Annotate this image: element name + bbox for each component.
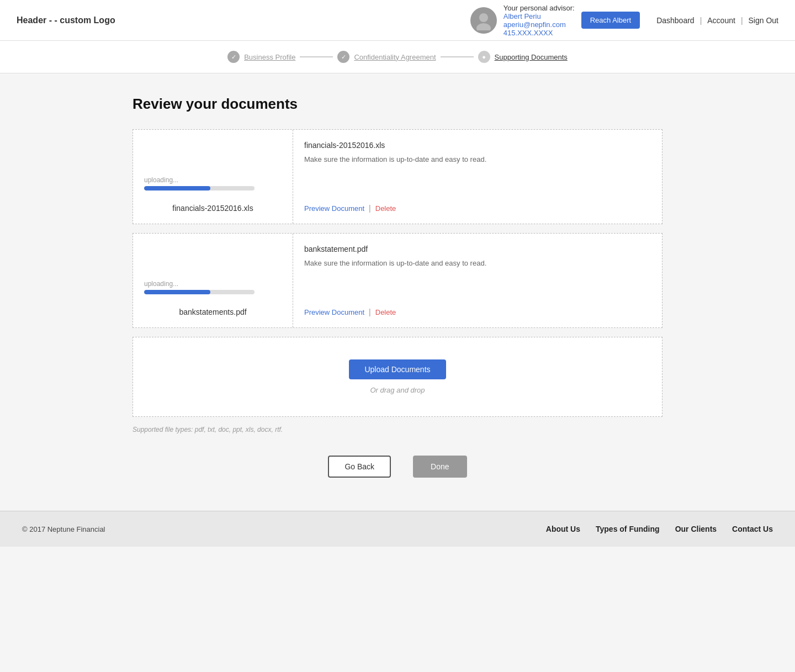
step-confidentiality: ✓ Confidentiality Agreement bbox=[337, 51, 436, 63]
doc-info-name-1: bankstatement.pdf bbox=[304, 245, 651, 253]
doc-info-1: bankstatement.pdf Make sure the informat… bbox=[293, 234, 662, 327]
step-icon-business-profile: ✓ bbox=[227, 51, 240, 63]
step-icon-supporting-docs: ● bbox=[478, 51, 490, 63]
done-button[interactable]: Done bbox=[413, 456, 467, 478]
svg-point-0 bbox=[479, 13, 488, 22]
doc-info-0: financials-20152016.xls Make sure the in… bbox=[293, 130, 662, 224]
advisor-section: Your personal advisor: Albert Periu aper… bbox=[470, 4, 640, 37]
dashboard-link[interactable]: Dashboard bbox=[656, 16, 695, 25]
footer-link-clients[interactable]: Our Clients bbox=[675, 525, 717, 533]
footer-link-about[interactable]: About Us bbox=[546, 525, 580, 533]
doc-filename-display-0: financials-20152016.xls bbox=[172, 204, 253, 213]
step-label-supporting-docs: Supporting Documents bbox=[495, 53, 568, 61]
uploading-label-0: uploading... bbox=[144, 176, 282, 184]
page-title: Review your documents bbox=[132, 96, 662, 113]
footer-link-funding[interactable]: Types of Funding bbox=[596, 525, 660, 533]
header: Header - - custom Logo Your personal adv… bbox=[0, 0, 795, 41]
sign-out-link[interactable]: Sign Out bbox=[749, 16, 778, 25]
footer-copyright: © 2017 Neptune Financial bbox=[22, 525, 105, 533]
doc-filename-display-1: bankstatements.pdf bbox=[179, 308, 246, 316]
step-supporting-docs: ● Supporting Documents bbox=[478, 51, 568, 63]
doc-info-hint-1: Make sure the information is up-to-date … bbox=[304, 258, 651, 269]
reach-advisor-button[interactable]: Reach Albert bbox=[581, 12, 640, 29]
doc-actions-1: Preview Document | Delete bbox=[304, 308, 651, 316]
header-logo: Header - - custom Logo bbox=[17, 15, 115, 25]
progress-track-1 bbox=[144, 290, 255, 294]
drag-drop-label: Or drag and drop bbox=[370, 386, 425, 394]
go-back-button[interactable]: Go Back bbox=[328, 456, 391, 478]
advisor-phone: 415.XXX.XXXX bbox=[504, 29, 575, 37]
doc-preview-1: uploading... bankstatements.pdf bbox=[133, 234, 293, 327]
advisor-email: aperiu@nepfin.com bbox=[504, 20, 575, 29]
supported-types: Supported file types: pdf, txt, doc, ppt… bbox=[132, 426, 662, 433]
progress-fill-1 bbox=[144, 290, 210, 294]
step-label-business-profile: Business Profile bbox=[244, 53, 295, 61]
footer-links: About Us Types of Funding Our Clients Co… bbox=[546, 525, 773, 533]
upload-area: Upload Documents Or drag and drop bbox=[132, 337, 662, 417]
nav-sep-1: | bbox=[700, 16, 702, 25]
doc-info-name-0: financials-20152016.xls bbox=[304, 141, 651, 150]
preview-document-link-1[interactable]: Preview Document bbox=[304, 308, 364, 316]
step-connector-2 bbox=[441, 56, 474, 57]
doc-action-sep-0: | bbox=[369, 204, 371, 213]
step-business-profile: ✓ Business Profile bbox=[227, 51, 295, 63]
progress-steps: ✓ Business Profile ✓ Confidentiality Agr… bbox=[0, 41, 795, 73]
nav-sep-2: | bbox=[741, 16, 743, 25]
upload-progress-0: uploading... bbox=[144, 176, 282, 191]
upload-documents-button[interactable]: Upload Documents bbox=[349, 359, 446, 379]
advisor-info: Your personal advisor: Albert Periu aper… bbox=[504, 4, 575, 37]
main-content: Review your documents uploading... finan… bbox=[121, 73, 674, 511]
advisor-name: Albert Periu bbox=[504, 12, 575, 20]
step-connector-1 bbox=[300, 56, 333, 57]
doc-action-sep-1: | bbox=[369, 308, 371, 316]
preview-document-link-0[interactable]: Preview Document bbox=[304, 204, 364, 213]
doc-preview-0: uploading... financials-20152016.xls bbox=[133, 130, 293, 224]
avatar bbox=[470, 7, 497, 34]
step-icon-confidentiality: ✓ bbox=[337, 51, 349, 63]
account-link[interactable]: Account bbox=[707, 16, 735, 25]
step-label-confidentiality: Confidentiality Agreement bbox=[354, 53, 436, 61]
doc-actions-0: Preview Document | Delete bbox=[304, 204, 651, 213]
progress-track-0 bbox=[144, 186, 255, 191]
uploading-label-1: uploading... bbox=[144, 280, 282, 288]
header-nav: Dashboard | Account | Sign Out bbox=[656, 16, 778, 25]
advisor-label: Your personal advisor: bbox=[504, 4, 575, 12]
upload-progress-1: uploading... bbox=[144, 280, 282, 294]
footer: © 2017 Neptune Financial About Us Types … bbox=[0, 511, 795, 547]
footer-link-contact[interactable]: Contact Us bbox=[732, 525, 773, 533]
svg-point-1 bbox=[476, 23, 491, 30]
doc-info-hint-0: Make sure the information is up-to-date … bbox=[304, 154, 651, 165]
delete-document-link-1[interactable]: Delete bbox=[375, 308, 396, 316]
delete-document-link-0[interactable]: Delete bbox=[375, 204, 396, 213]
document-card-0: uploading... financials-20152016.xls fin… bbox=[132, 129, 662, 224]
bottom-actions: Go Back Done bbox=[132, 456, 662, 478]
progress-fill-0 bbox=[144, 186, 210, 191]
document-card-1: uploading... bankstatements.pdf bankstat… bbox=[132, 233, 662, 328]
